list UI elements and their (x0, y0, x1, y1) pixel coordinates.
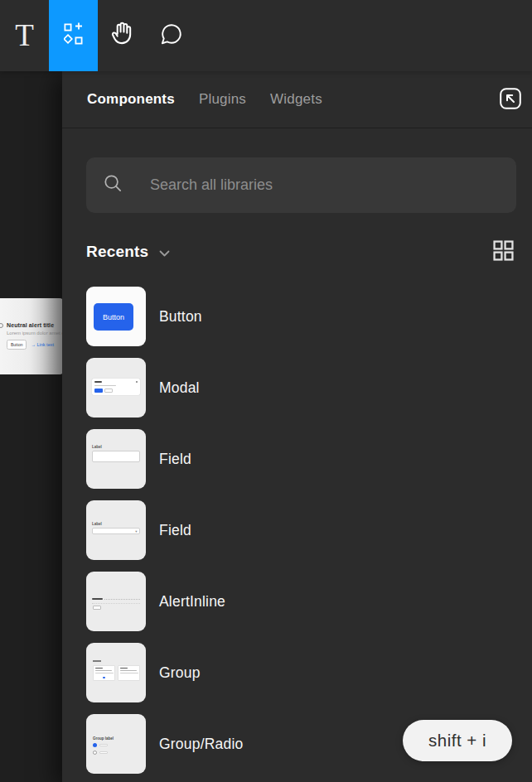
radio-empty-icon (93, 751, 97, 755)
text-tool-button[interactable]: T (0, 0, 49, 71)
component-name: Group/Radio (159, 736, 243, 753)
thumb-modal-preview (92, 379, 140, 395)
tab-widgets[interactable]: Widgets (270, 91, 322, 108)
recents-header: Recents (62, 241, 532, 263)
tab-plugins[interactable]: Plugins (199, 91, 246, 108)
thumb-radio-group-label: Group label (93, 737, 114, 741)
panel-tab-bar: Components Plugins Widgets (62, 71, 532, 128)
list-item-modal[interactable]: Modal (62, 358, 532, 418)
thumb-field-label: Label (92, 446, 102, 450)
component-name: Group (159, 664, 201, 682)
figma-screen: Neutral alert title Lorem ipsum dolor am… (0, 0, 532, 782)
thumb-radio-row-selected (93, 743, 108, 747)
component-thumbnail[interactable] (86, 358, 146, 418)
text-tool-icon: T (15, 20, 34, 51)
shortcut-badge: shift + i (403, 720, 512, 761)
component-thumbnail[interactable]: Button (86, 287, 146, 346)
hand-tool-button[interactable] (98, 0, 147, 71)
component-name: Field (159, 522, 191, 539)
recents-list: Button Button Modal Label (62, 287, 532, 774)
component-name: Button (159, 308, 202, 326)
search-bar[interactable] (86, 157, 516, 213)
component-thumbnail[interactable]: Group label (86, 714, 146, 774)
component-thumbnail[interactable] (86, 572, 146, 631)
tab-components[interactable]: Components (87, 91, 175, 108)
alert-button[interactable]: Button (7, 340, 27, 350)
canvas-alert-component[interactable]: Neutral alert title Lorem ipsum dolor am… (0, 298, 63, 374)
thumb-group-preview (93, 665, 140, 681)
info-icon (0, 323, 3, 328)
list-item-button[interactable]: Button Button (62, 287, 532, 346)
alert-body-text: Lorem ipsum dolor amet conse (7, 331, 63, 335)
thumb-radio-row (93, 751, 108, 755)
recents-title: Recents (86, 243, 148, 261)
alert-actions: Button → Link text (7, 340, 63, 350)
list-item-group[interactable]: Group (62, 643, 532, 702)
list-item-field[interactable]: Label Field (62, 429, 532, 489)
chevron-down-icon[interactable] (159, 250, 170, 257)
component-name: Modal (159, 379, 200, 397)
arrow-up-left-box-icon (500, 88, 521, 113)
thumb-field-label: Label (92, 523, 102, 527)
toolbar: T (0, 0, 532, 71)
grid-view-icon[interactable] (493, 240, 514, 264)
list-item-field-select[interactable]: Label ▾ Field (62, 500, 532, 560)
comments-tool-button[interactable] (147, 0, 196, 71)
alert-title: Neutral alert title (7, 322, 63, 328)
component-name: Field (159, 451, 191, 468)
thumb-field-input (92, 451, 140, 462)
components-icon (64, 22, 83, 50)
thumb-button-preview: Button (94, 303, 133, 331)
components-panel: Components Plugins Widgets (62, 71, 532, 782)
hand-icon (110, 19, 134, 53)
radio-filled-icon (93, 743, 97, 747)
thumb-group-title (93, 660, 101, 662)
component-name: AlertInline (159, 593, 225, 611)
thumb-alert-preview (92, 598, 140, 600)
components-tool-button[interactable] (49, 0, 98, 71)
thumb-select-chevron: ▾ (135, 530, 137, 534)
component-thumbnail[interactable] (86, 643, 146, 702)
detach-panel-button[interactable] (500, 89, 521, 111)
search-icon (103, 173, 123, 197)
alert-link[interactable]: → Link text (31, 342, 54, 347)
comment-bubble-icon (159, 22, 184, 50)
component-thumbnail[interactable]: Label ▾ (86, 500, 146, 560)
search-input[interactable] (150, 176, 500, 194)
component-thumbnail[interactable]: Label (86, 429, 146, 489)
thumb-select-input: ▾ (92, 528, 140, 534)
list-item-alertinline[interactable]: AlertInline (62, 572, 532, 631)
